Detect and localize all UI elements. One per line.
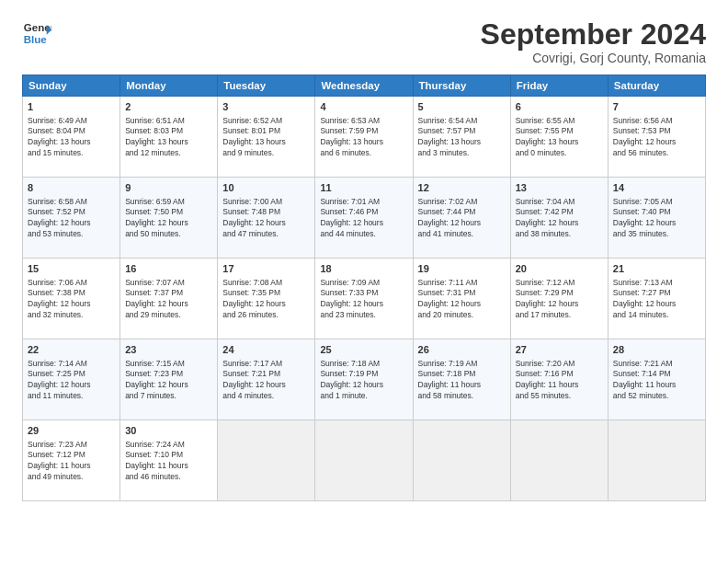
cell-text: Daylight: 12 hours <box>125 218 188 227</box>
table-cell: 25Sunrise: 7:18 AMSunset: 7:19 PMDayligh… <box>315 339 413 420</box>
cell-text: Daylight: 12 hours <box>613 137 677 146</box>
cell-text: Sunset: 7:50 PM <box>125 207 183 216</box>
cell-text: Daylight: 11 hours <box>28 461 91 470</box>
cell-text: Sunset: 7:38 PM <box>28 288 85 297</box>
cell-text: and 0 minutes. <box>516 148 567 157</box>
cell-text: Daylight: 12 hours <box>516 299 579 308</box>
day-number: 3 <box>222 100 310 114</box>
cell-text: and 46 minutes. <box>125 472 180 481</box>
cell-text: Sunrise: 7:00 AM <box>222 197 282 206</box>
table-cell: 6Sunrise: 6:55 AMSunset: 7:55 PMDaylight… <box>510 97 608 178</box>
cell-text: Sunrise: 6:54 AM <box>418 116 478 125</box>
cell-text: Sunrise: 7:08 AM <box>222 278 282 287</box>
cell-text: Sunset: 7:59 PM <box>320 126 378 135</box>
title-block: September 2024 Covrigi, Gorj County, Rom… <box>481 18 706 65</box>
cell-text: Sunset: 7:27 PM <box>613 288 671 297</box>
cell-text: Sunset: 7:48 PM <box>222 207 280 216</box>
day-number: 8 <box>28 181 115 195</box>
table-cell: 22Sunrise: 7:14 AMSunset: 7:25 PMDayligh… <box>23 339 120 420</box>
cell-text: Sunset: 7:44 PM <box>418 207 476 216</box>
svg-text:Blue: Blue <box>24 34 48 45</box>
cell-text: Sunrise: 7:23 AM <box>28 440 87 449</box>
day-number: 7 <box>613 100 700 114</box>
cell-text: and 38 minutes. <box>516 229 571 238</box>
cell-text: Sunrise: 7:19 AM <box>418 359 478 368</box>
cell-text: and 41 minutes. <box>418 229 473 238</box>
cell-text: and 56 minutes. <box>613 148 668 157</box>
header-monday: Monday <box>120 75 218 97</box>
day-number: 30 <box>125 424 212 438</box>
cell-text: and 1 minute. <box>320 391 368 400</box>
cell-text: and 3 minutes. <box>418 148 470 157</box>
week-row-1: 1Sunrise: 6:49 AMSunset: 8:04 PMDaylight… <box>23 97 706 178</box>
table-cell <box>315 420 413 501</box>
table-cell: 21Sunrise: 7:13 AMSunset: 7:27 PMDayligh… <box>608 259 705 339</box>
day-number: 28 <box>613 343 700 357</box>
cell-text: Sunset: 7:40 PM <box>613 207 671 216</box>
cell-text: Daylight: 11 hours <box>125 461 188 470</box>
cell-text: Sunrise: 6:49 AM <box>28 116 87 125</box>
cell-text: Sunset: 7:21 PM <box>222 369 280 378</box>
cell-text: and 26 minutes. <box>222 310 278 319</box>
cell-text: Sunrise: 7:07 AM <box>125 278 185 287</box>
table-cell: 26Sunrise: 7:19 AMSunset: 7:18 PMDayligh… <box>413 339 510 420</box>
header-wednesday: Wednesday <box>315 75 413 97</box>
cell-text: and 9 minutes. <box>222 148 274 157</box>
cell-text: Sunset: 7:37 PM <box>125 288 183 297</box>
day-number: 6 <box>516 100 603 114</box>
day-number: 9 <box>125 181 212 195</box>
table-cell <box>218 420 315 501</box>
cell-text: Daylight: 13 hours <box>28 137 91 146</box>
cell-text: Daylight: 11 hours <box>516 380 579 389</box>
day-number: 18 <box>320 262 407 276</box>
table-cell: 20Sunrise: 7:12 AMSunset: 7:29 PMDayligh… <box>510 259 608 339</box>
page: General Blue September 2024 Covrigi, Gor… <box>0 0 728 563</box>
cell-text: Daylight: 12 hours <box>222 380 286 389</box>
days-header-row: Sunday Monday Tuesday Wednesday Thursday… <box>23 75 706 97</box>
cell-text: Sunset: 7:35 PM <box>222 288 280 297</box>
cell-text: and 52 minutes. <box>613 391 668 400</box>
cell-text: Sunrise: 6:51 AM <box>125 116 185 125</box>
table-cell: 13Sunrise: 7:04 AMSunset: 7:42 PMDayligh… <box>510 178 608 259</box>
table-cell: 9Sunrise: 6:59 AMSunset: 7:50 PMDaylight… <box>120 178 218 259</box>
cell-text: Sunrise: 6:56 AM <box>613 116 673 125</box>
table-cell: 10Sunrise: 7:00 AMSunset: 7:48 PMDayligh… <box>218 178 315 259</box>
cell-text: Sunset: 8:04 PM <box>28 126 85 135</box>
cell-text: and 20 minutes. <box>418 310 473 319</box>
cell-text: Sunset: 7:19 PM <box>320 369 378 378</box>
cell-text: Sunrise: 7:17 AM <box>222 359 282 368</box>
cell-text: Sunrise: 7:20 AM <box>516 359 575 368</box>
cell-text: Daylight: 12 hours <box>28 299 91 308</box>
table-cell: 29Sunrise: 7:23 AMSunset: 7:12 PMDayligh… <box>23 420 120 501</box>
table-cell: 4Sunrise: 6:53 AMSunset: 7:59 PMDaylight… <box>315 97 413 178</box>
week-row-2: 8Sunrise: 6:58 AMSunset: 7:52 PMDaylight… <box>23 178 706 259</box>
table-cell: 11Sunrise: 7:01 AMSunset: 7:46 PMDayligh… <box>315 178 413 259</box>
cell-text: Sunrise: 7:21 AM <box>613 359 673 368</box>
cell-text: Sunrise: 6:55 AM <box>516 116 575 125</box>
day-number: 19 <box>418 262 506 276</box>
cell-text: and 15 minutes. <box>28 148 83 157</box>
table-cell: 19Sunrise: 7:11 AMSunset: 7:31 PMDayligh… <box>413 259 510 339</box>
cell-text: Sunset: 7:42 PM <box>516 207 574 216</box>
table-cell: 12Sunrise: 7:02 AMSunset: 7:44 PMDayligh… <box>413 178 510 259</box>
cell-text: Sunset: 7:16 PM <box>516 369 574 378</box>
table-cell: 1Sunrise: 6:49 AMSunset: 8:04 PMDaylight… <box>23 97 120 178</box>
cell-text: Sunrise: 6:58 AM <box>28 197 87 206</box>
table-cell: 28Sunrise: 7:21 AMSunset: 7:14 PMDayligh… <box>608 339 705 420</box>
table-cell: 3Sunrise: 6:52 AMSunset: 8:01 PMDaylight… <box>218 97 315 178</box>
cell-text: Sunset: 7:33 PM <box>320 288 378 297</box>
header-sunday: Sunday <box>23 75 120 97</box>
table-cell: 15Sunrise: 7:06 AMSunset: 7:38 PMDayligh… <box>23 259 120 339</box>
cell-text: Sunrise: 7:06 AM <box>28 278 87 287</box>
calendar-subtitle: Covrigi, Gorj County, Romania <box>481 51 706 65</box>
table-cell: 18Sunrise: 7:09 AMSunset: 7:33 PMDayligh… <box>315 259 413 339</box>
day-number: 14 <box>613 181 700 195</box>
cell-text: and 35 minutes. <box>613 229 668 238</box>
cell-text: and 11 minutes. <box>28 391 83 400</box>
table-cell <box>510 420 608 501</box>
cell-text: Daylight: 12 hours <box>28 218 91 227</box>
cell-text: Sunrise: 7:14 AM <box>28 359 87 368</box>
cell-text: Daylight: 12 hours <box>613 218 677 227</box>
cell-text: Sunrise: 7:13 AM <box>613 278 673 287</box>
cell-text: Sunset: 7:31 PM <box>418 288 476 297</box>
